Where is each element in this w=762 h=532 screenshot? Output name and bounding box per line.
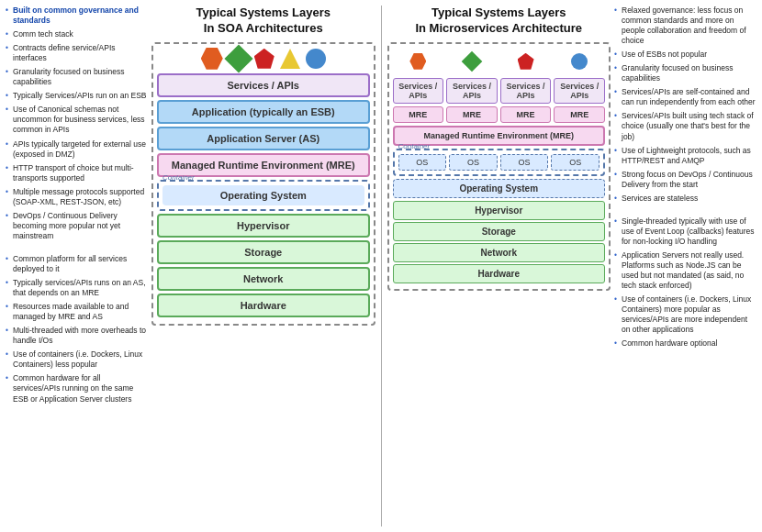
note-right-5: Services/APIs built using tech stack of … xyxy=(614,111,756,141)
micro-col-2: Services / APIs xyxy=(446,48,498,104)
micro-diagram: Typical Systems Layers In Microservices … xyxy=(387,6,611,526)
note-left-1: Built on common governance and standards xyxy=(6,6,148,26)
note-right-11: Use of containers (i.e. Dockers, Linux C… xyxy=(614,294,756,335)
micro-mre-row: MRE MRE MRE MRE xyxy=(393,106,606,123)
soa-hardware-layer: Hardware xyxy=(157,294,370,317)
note-left-15: Use of containers (i.e. Dockers, Linux C… xyxy=(6,349,148,370)
soa-network-layer: Network xyxy=(157,267,370,291)
circle-icon xyxy=(306,49,326,69)
micro-services-cols: Services / APIs Services / APIs xyxy=(393,48,606,104)
note-left-10: DevOps / Continuous Delivery becoming mo… xyxy=(6,211,148,241)
note-right-3: Granularity focused on business capabili… xyxy=(614,63,756,83)
micro-mre-cell-4: MRE xyxy=(554,106,605,123)
soa-services-layer: Services / APIs xyxy=(157,73,370,97)
micro-mre-col-4: MRE xyxy=(554,106,605,123)
note-left-14: Multi-threaded with more overheads to ha… xyxy=(6,326,148,346)
note-left-5: Typically Services/APIs run on an ESB xyxy=(6,91,148,101)
center-divider xyxy=(381,6,382,526)
note-left-2: Comm tech stack xyxy=(6,29,148,39)
micro-os-container-box: Container OS OS OS OS xyxy=(393,149,606,176)
note-left-11: Common platform for all services deploye… xyxy=(6,254,148,274)
note-right-4: Services/APIs are self-contained and can… xyxy=(614,87,756,107)
micro-shape-2 xyxy=(446,48,498,75)
soa-app-layer: Application (typically an ESB) xyxy=(157,100,370,124)
micro-col-3: Services / APIs xyxy=(500,48,552,104)
left-notes-panel: Built on common governance and standards… xyxy=(6,6,148,526)
triangle-icon xyxy=(280,49,300,69)
note-left-6: Use of Canonical schemas not uncommon fo… xyxy=(6,105,148,135)
soa-hypervisor-layer: Hypervisor xyxy=(157,214,370,238)
micro-service-cell-4: Services / APIs xyxy=(554,78,605,104)
micro-network-layer: Network xyxy=(393,243,606,262)
soa-outer-box: Services / APIs Application (typically a… xyxy=(151,42,375,326)
note-left-8: HTTP transport of choice but multi-trans… xyxy=(6,163,148,183)
micro-mre-col-1: MRE xyxy=(393,106,444,123)
soa-os-layer: Operating System xyxy=(162,185,364,205)
micro-service-cell-2: Services / APIs xyxy=(446,78,498,104)
micro-diamond-icon xyxy=(462,50,483,72)
micro-os-cell-2: OS xyxy=(449,154,498,171)
soa-title: Typical Systems Layers In SOA Architectu… xyxy=(196,6,331,37)
micro-mre-cell-1: MRE xyxy=(393,106,444,123)
note-left-13: Resources made available to and managed … xyxy=(6,302,148,322)
micro-os-cell-4: OS xyxy=(551,154,600,171)
micro-shape-3 xyxy=(500,48,552,75)
soa-os-container-box: Container Operating System xyxy=(157,180,370,211)
micro-hypervisor-layer: Hypervisor xyxy=(393,201,606,220)
micro-outer-box: Services / APIs Services / APIs xyxy=(387,42,611,291)
micro-os-full-label: Operating System xyxy=(393,179,606,198)
soa-diagram: Typical Systems Layers In SOA Architectu… xyxy=(151,6,375,526)
note-right-1: Relaxed governance: less focus on common… xyxy=(614,6,756,46)
right-notes-panel: Relaxed governance: less focus on common… xyxy=(614,6,756,526)
note-right-9: Single-threaded typically with use of us… xyxy=(614,216,756,247)
micro-shape-4 xyxy=(554,48,605,75)
note-left-3: Contracts define service/APIs interfaces xyxy=(6,43,148,63)
micro-os-cell-1: OS xyxy=(398,154,447,171)
note-right-2: Use of ESBs not popular xyxy=(614,50,756,60)
micro-shape-1 xyxy=(393,48,444,75)
diamond-icon xyxy=(224,44,252,72)
soa-container-label: Container xyxy=(162,173,195,182)
micro-mre-col-2: MRE xyxy=(446,106,498,123)
note-right-10: Application Servers not really used. Pla… xyxy=(614,250,756,291)
micro-os-col-1: OS xyxy=(398,154,447,171)
note-left-4: Granularity focused on business capabili… xyxy=(6,67,148,87)
micro-os-col-4: OS xyxy=(551,154,600,171)
micro-title: Typical Systems Layers In Microservices … xyxy=(415,6,582,37)
page: Built on common governance and standards… xyxy=(0,0,762,532)
micro-mre-cell-2: MRE xyxy=(446,106,498,123)
note-left-7: APIs typically targeted for external use… xyxy=(6,139,148,160)
note-left-12: Typically services/APIs runs on an AS, t… xyxy=(6,278,148,298)
micro-col-4: Services / APIs xyxy=(554,48,605,104)
note-right-8: Services are stateless xyxy=(614,194,756,204)
micro-service-cell-1: Services / APIs xyxy=(393,78,444,104)
note-left-16: Common hardware for all services/APIs ru… xyxy=(6,373,148,404)
micro-mre-col-3: MRE xyxy=(500,106,552,123)
pentagon-icon xyxy=(254,49,275,69)
micro-container-label: Container xyxy=(398,142,431,150)
micro-mre-cell-3: MRE xyxy=(500,106,552,123)
micro-hardware-layer: Hardware xyxy=(393,264,606,283)
soa-shapes-row xyxy=(157,48,370,70)
micro-service-cell-3: Services / APIs xyxy=(500,78,552,104)
micro-col-1: Services / APIs xyxy=(393,48,444,104)
micro-os-col-3: OS xyxy=(500,154,549,171)
diagrams-center: Typical Systems Layers In SOA Architectu… xyxy=(151,6,611,526)
soa-storage-layer: Storage xyxy=(157,240,370,264)
note-right-7: Strong focus on DevOps / Continuous Deli… xyxy=(614,170,756,190)
note-right-12: Common hardware optional xyxy=(614,338,756,349)
micro-os-row: OS OS OS OS xyxy=(398,154,600,171)
micro-os-cell-3: OS xyxy=(500,154,549,171)
note-left-9: Multiple message protocols supported (SO… xyxy=(6,187,148,207)
micro-os-col-2: OS xyxy=(449,154,498,171)
micro-hexagon-icon xyxy=(409,53,426,70)
micro-storage-layer: Storage xyxy=(393,222,606,241)
note-right-6: Use of Lightweight protocols, such as HT… xyxy=(614,146,756,166)
micro-circle-icon xyxy=(571,53,588,70)
soa-appserver-layer: Application Server (AS) xyxy=(157,127,370,150)
micro-pentagon-icon xyxy=(518,53,534,70)
hexagon-icon xyxy=(201,48,223,70)
